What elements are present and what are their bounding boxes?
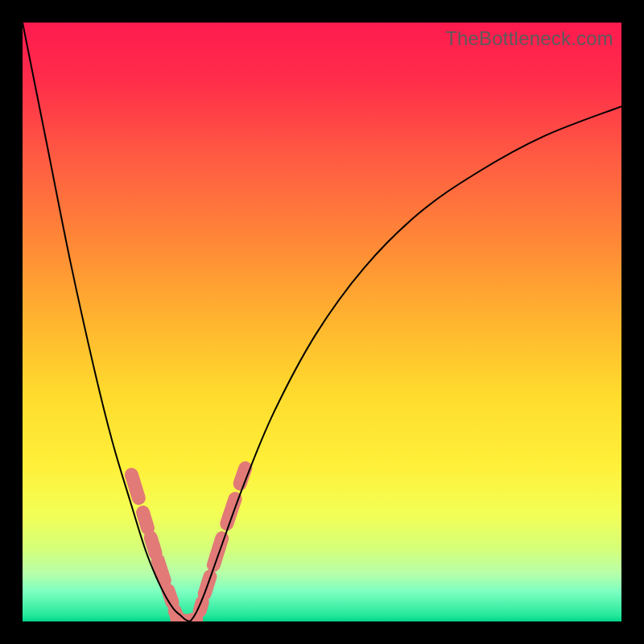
main-curves xyxy=(23,23,621,621)
curve-left-curve xyxy=(23,23,190,621)
curve-right-curve xyxy=(190,106,621,621)
highlight-left-0 xyxy=(131,475,138,498)
highlight-segments xyxy=(131,469,245,621)
chart-plot-area: TheBottleneck.com xyxy=(23,23,621,621)
chart-frame: TheBottleneck.com xyxy=(0,0,644,644)
highlight-left-3 xyxy=(158,560,164,580)
highlight-right-2 xyxy=(213,539,221,565)
highlight-left-2 xyxy=(151,538,155,553)
chart-curves xyxy=(23,23,621,621)
highlight-left-1 xyxy=(143,513,148,528)
